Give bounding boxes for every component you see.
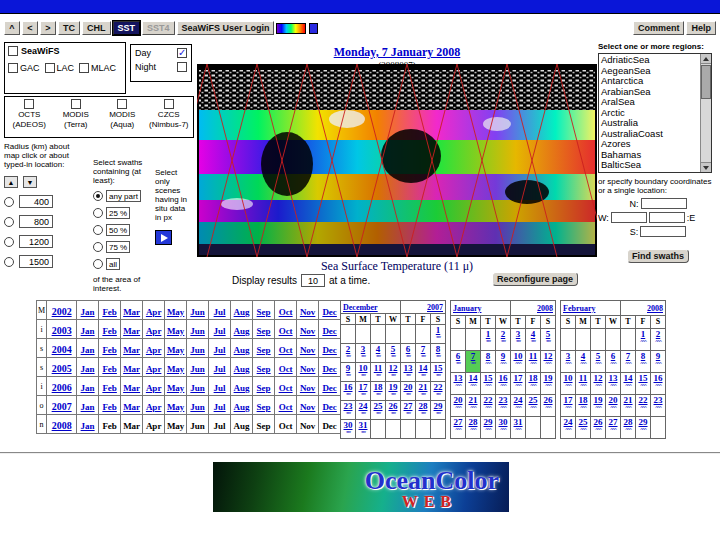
calendar-day-link[interactable]: 12	[591, 374, 605, 383]
month-link[interactable]: Jul	[214, 402, 226, 412]
swath-mark-link[interactable]: ***	[416, 392, 430, 398]
region-option[interactable]: BalticSea	[600, 160, 699, 171]
month-link[interactable]: Jul	[214, 383, 226, 393]
swath-mark-link[interactable]: ^^^	[621, 361, 635, 367]
calendar-day-link[interactable]: 24	[561, 418, 575, 427]
swath-mark-link[interactable]: ^^^	[451, 383, 465, 389]
month-link[interactable]: Jan	[81, 326, 95, 336]
calendar-day-link[interactable]: 4	[526, 330, 540, 339]
swath-mark-link[interactable]: ***	[341, 373, 355, 379]
calendar-day-link[interactable]: 1	[481, 330, 495, 339]
calendar-day-link[interactable]: 13	[451, 374, 465, 383]
month-link[interactable]: Nov	[300, 326, 316, 336]
radius-1500-radio[interactable]	[4, 257, 14, 267]
month-link[interactable]: Mar	[123, 307, 140, 317]
year-link[interactable]: 2007	[52, 401, 72, 412]
month-link[interactable]: Jun	[190, 364, 205, 374]
swath-mark-link[interactable]: ***	[341, 411, 355, 417]
calendar-day-link[interactable]: 23	[341, 402, 355, 411]
month-link[interactable]: Dec	[322, 383, 337, 393]
swath-mark-link[interactable]: ***	[401, 411, 415, 417]
calendar-day-link[interactable]: 6	[451, 352, 465, 361]
swath-75-radio[interactable]	[93, 242, 103, 252]
calendar-day-link[interactable]: 23	[651, 396, 665, 405]
swath-mark-link[interactable]: ^^^	[576, 383, 590, 389]
calendar-day-link[interactable]: 28	[621, 418, 635, 427]
swath-mark-link[interactable]: ^^^	[561, 383, 575, 389]
calendar-day-link[interactable]: 27	[451, 418, 465, 427]
month-link[interactable]: Jul	[214, 345, 226, 355]
month-link[interactable]: Sep	[257, 326, 271, 336]
swath-mark-link[interactable]: ^^^	[496, 361, 510, 367]
swath-mark-link[interactable]: ^^^	[496, 427, 510, 433]
region-option[interactable]: Azores	[600, 139, 699, 150]
month-link[interactable]: Feb	[102, 364, 117, 374]
radius-spin-up-icon[interactable]: ▲	[4, 176, 18, 188]
calendar-day-link[interactable]: 3	[356, 345, 370, 354]
calendar-day-link[interactable]: 14	[416, 364, 430, 373]
calendar-day-link[interactable]: 15	[431, 364, 445, 373]
radius-spin-down-icon[interactable]: ▼	[23, 176, 37, 188]
calendar-day-link[interactable]: 18	[371, 383, 385, 392]
swath-mark-link[interactable]: ^^^	[466, 405, 480, 411]
swath-mark-link[interactable]: ***	[451, 361, 465, 367]
swath-mark-link[interactable]: ^^^	[651, 361, 665, 367]
month-link[interactable]: Sep	[257, 364, 271, 374]
sst-map-image[interactable]	[197, 64, 597, 257]
calendar-day-link[interactable]: 13	[401, 364, 415, 373]
swath-mark-link[interactable]: ^^^	[621, 383, 635, 389]
calendar-year-link[interactable]: 2008	[537, 304, 553, 313]
month-link[interactable]: Jul	[214, 307, 226, 317]
swath-mark-link[interactable]: ***	[371, 411, 385, 417]
swath-mark-link[interactable]: ***	[401, 354, 415, 360]
calendar-day-link[interactable]: 7	[466, 352, 480, 361]
swath-mark-link[interactable]: ^^^	[481, 361, 495, 367]
calendar-day-link[interactable]: 24	[511, 396, 525, 405]
swath-mark-link[interactable]: ***	[356, 430, 370, 436]
month-link[interactable]: Jun	[190, 383, 205, 393]
current-date-link[interactable]: Monday, 7 January 2008	[334, 45, 461, 59]
month-link[interactable]: Feb	[102, 307, 117, 317]
calendar-day-link[interactable]: 16	[341, 383, 355, 392]
month-link[interactable]: Dec	[322, 326, 337, 336]
calendar-day-link[interactable]: 16	[651, 374, 665, 383]
calendar-day-link[interactable]: 15	[636, 374, 650, 383]
swath-mark-link[interactable]: ***	[511, 339, 525, 345]
calendar-day-link[interactable]: 1	[431, 326, 445, 335]
swath-mark-link[interactable]: ^^^	[591, 405, 605, 411]
tc-product-button[interactable]: TC	[58, 21, 80, 35]
region-scrollbar[interactable]	[700, 54, 711, 172]
swath-mark-link[interactable]: ***	[431, 411, 445, 417]
month-link[interactable]: Jan	[81, 345, 95, 355]
calendar-day-link[interactable]: 21	[466, 396, 480, 405]
lac-checkbox[interactable]	[45, 63, 55, 73]
calendar-day-link[interactable]: 2	[341, 345, 355, 354]
region-option[interactable]: AdriaticSea	[600, 55, 699, 66]
month-link[interactable]: Jul	[214, 364, 226, 374]
month-link[interactable]: Aug	[234, 345, 250, 355]
calendar-day-link[interactable]: 28	[416, 402, 430, 411]
calendar-day-link[interactable]: 3	[561, 352, 575, 361]
calendar-day-link[interactable]: 20	[451, 396, 465, 405]
swath-mark-link[interactable]: ^^^	[576, 427, 590, 433]
swath-mark-link[interactable]: ***	[341, 354, 355, 360]
mlac-checkbox[interactable]	[79, 63, 89, 73]
calendar-day-link[interactable]: 11	[371, 364, 385, 373]
swath-mark-link[interactable]: ^^^	[466, 427, 480, 433]
calendar-day-link[interactable]: 8	[636, 352, 650, 361]
calendar-day-link[interactable]: 10	[511, 352, 525, 361]
swath-mark-link[interactable]: ***	[341, 430, 355, 436]
calendar-day-link[interactable]: 26	[591, 418, 605, 427]
next-day-button[interactable]: >	[40, 21, 56, 35]
month-link[interactable]: Sep	[257, 307, 271, 317]
calendar-day-link[interactable]: 17	[561, 396, 575, 405]
swath-anypart-radio[interactable]	[93, 191, 103, 201]
month-link[interactable]: Nov	[300, 364, 316, 374]
swath-mark-link[interactable]: ^^^	[526, 383, 540, 389]
seawifs-login-button[interactable]: SeaWiFS User Login	[177, 21, 275, 35]
calendar-month-link[interactable]: December	[343, 303, 378, 312]
year-link[interactable]: 2002	[52, 306, 72, 317]
calendar-day-link[interactable]: 3	[511, 330, 525, 339]
calendar-day-link[interactable]: 9	[496, 352, 510, 361]
month-link[interactable]: Oct	[279, 326, 293, 336]
